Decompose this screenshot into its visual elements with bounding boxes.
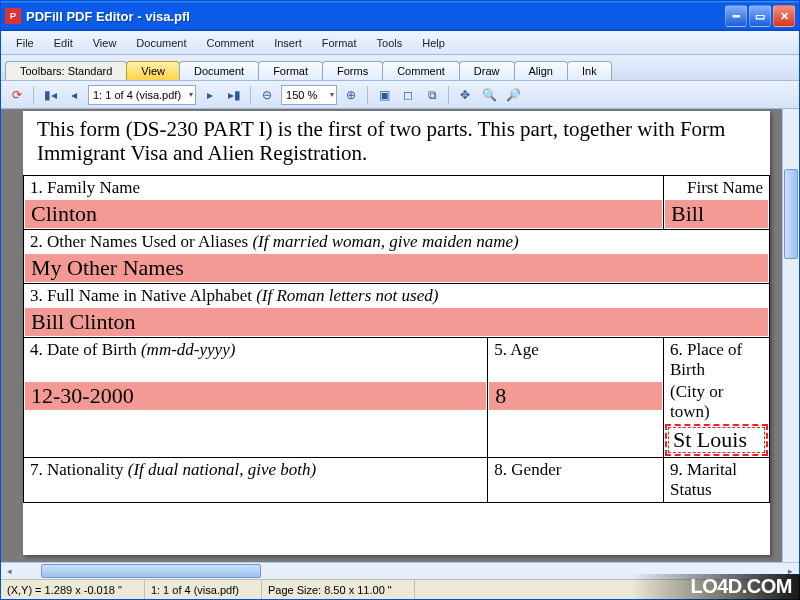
hscroll-thumb[interactable] (41, 564, 261, 578)
label-marital: 9. Marital Status (664, 458, 769, 502)
status-coords: (X,Y) = 1.289 x -0.018 " (1, 580, 145, 599)
field-age[interactable]: 8 (489, 382, 662, 410)
menu-edit[interactable]: Edit (45, 34, 82, 52)
window-titlebar: P PDFill PDF Editor - visa.pfl ━ ▭ ✕ (1, 1, 799, 31)
menu-format[interactable]: Format (313, 34, 366, 52)
field-first-name[interactable]: Bill (665, 200, 768, 228)
pdf-page: This form (DS-230 PART I) is the first o… (23, 111, 770, 555)
label-pob: 6. Place of Birth (664, 338, 769, 382)
zoom-in-icon[interactable]: ⊕ (341, 85, 361, 105)
pan-icon[interactable]: ✥ (455, 85, 475, 105)
next-page-icon[interactable]: ▸ (200, 85, 220, 105)
first-page-icon[interactable]: ▮◂ (40, 85, 60, 105)
menu-tools[interactable]: Tools (368, 34, 412, 52)
tab-forms[interactable]: Forms (322, 61, 383, 80)
toolbar-tabs: Toolbars: Standard View Document Format … (1, 55, 799, 81)
label-gender: 8. Gender (488, 458, 663, 482)
form-intro-text: This form (DS-230 PART I) is the first o… (23, 111, 770, 175)
label-age: 5. Age (488, 338, 663, 362)
label-dob: 4. Date of Birth (mm-dd-yyyy) (24, 338, 487, 362)
menu-help[interactable]: Help (413, 34, 454, 52)
tab-align[interactable]: Align (514, 61, 568, 80)
minimize-button[interactable]: ━ (725, 5, 747, 27)
fit-page-icon[interactable]: ▣ (374, 85, 394, 105)
scroll-left-icon[interactable]: ◂ (1, 564, 18, 579)
label-pob-sub: (City or town) (664, 382, 769, 424)
tab-comment[interactable]: Comment (382, 61, 460, 80)
tab-draw[interactable]: Draw (459, 61, 515, 80)
field-pob[interactable]: St Louis (665, 424, 768, 456)
menu-document[interactable]: Document (127, 34, 195, 52)
field-family-name[interactable]: Clinton (25, 200, 662, 228)
zoom-selector[interactable]: 150 %▾ (281, 85, 337, 105)
vertical-scrollbar[interactable] (782, 109, 799, 562)
close-button[interactable]: ✕ (773, 5, 795, 27)
toolbar-row: ⟳ ▮◂ ◂ 1: 1 of 4 (visa.pdf)▾ ▸ ▸▮ ⊖ 150 … (1, 81, 799, 109)
status-page: 1: 1 of 4 (visa.pdf) (145, 580, 262, 599)
maximize-button[interactable]: ▭ (749, 5, 771, 27)
document-viewport[interactable]: This form (DS-230 PART I) is the first o… (1, 109, 799, 562)
field-native-name[interactable]: Bill Clinton (25, 308, 768, 336)
field-dob[interactable]: 12-30-2000 (25, 382, 486, 410)
window-title: PDFill PDF Editor - visa.pfl (26, 9, 725, 24)
tab-format[interactable]: Format (258, 61, 323, 80)
menu-comment[interactable]: Comment (198, 34, 264, 52)
field-other-names[interactable]: My Other Names (25, 254, 768, 282)
tab-ink[interactable]: Ink (567, 61, 612, 80)
status-size: Page Size: 8.50 x 11.00 " (262, 580, 415, 599)
menu-file[interactable]: File (7, 34, 43, 52)
app-icon: P (5, 8, 21, 24)
scrollbar-thumb[interactable] (784, 169, 798, 259)
page-selector[interactable]: 1: 1 of 4 (visa.pdf)▾ (88, 85, 196, 105)
menu-insert[interactable]: Insert (265, 34, 311, 52)
label-native-name: 3. Full Name in Native Alphabet (If Roma… (24, 284, 769, 308)
actual-size-icon[interactable]: ⧉ (422, 85, 442, 105)
label-family-name: 1. Family Name (24, 176, 663, 200)
zoom-out-icon[interactable]: ⊖ (257, 85, 277, 105)
label-nationality: 7. Nationality (If dual national, give b… (24, 458, 487, 482)
tab-document[interactable]: Document (179, 61, 259, 80)
toolbars-label: Toolbars: Standard (5, 61, 127, 80)
prev-page-icon[interactable]: ◂ (64, 85, 84, 105)
menu-view[interactable]: View (84, 34, 126, 52)
watermark: LO4D.COM (690, 575, 792, 598)
tab-view[interactable]: View (126, 61, 180, 80)
menu-bar: File Edit View Document Comment Insert F… (1, 31, 799, 55)
fit-width-icon[interactable]: ◻ (398, 85, 418, 105)
label-first-name: First Name (664, 176, 769, 200)
label-other-names: 2. Other Names Used or Aliases (If marri… (24, 230, 769, 254)
zoom-area-in-icon[interactable]: 🔍 (479, 85, 499, 105)
refresh-icon[interactable]: ⟳ (7, 85, 27, 105)
last-page-icon[interactable]: ▸▮ (224, 85, 244, 105)
zoom-area-out-icon[interactable]: 🔎 (503, 85, 523, 105)
